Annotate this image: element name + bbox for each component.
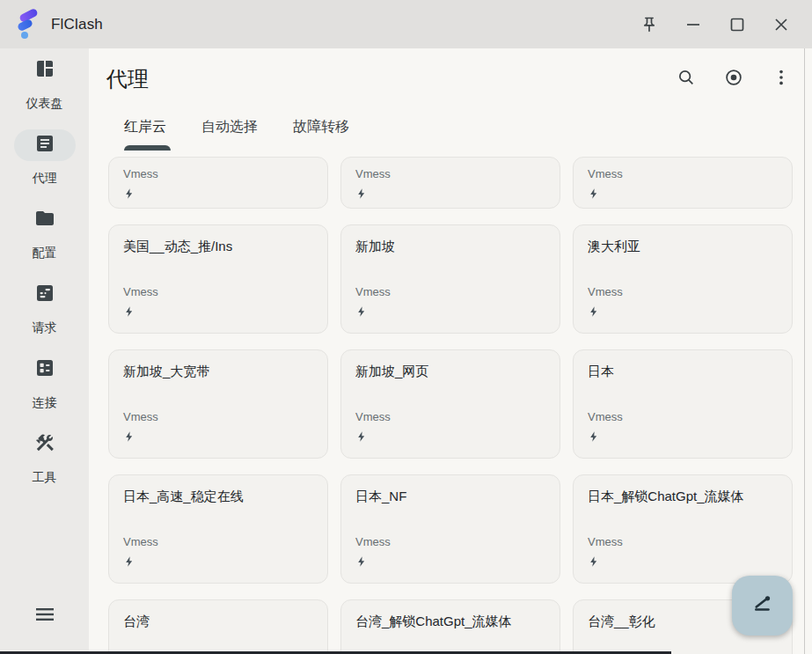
bolt-icon <box>123 187 313 204</box>
proxy-card[interactable]: 台湾_解锁ChatGpt_流媒体 Vmess <box>340 599 560 654</box>
proxy-card[interactable]: 新加坡_大宽带 Vmess <box>108 349 328 459</box>
pin-window-button[interactable] <box>627 7 671 42</box>
proxy-grid-scroll[interactable]: Vmess Vmess Vmess 美国__动态_推/Ins Vmess <box>89 157 812 654</box>
close-icon <box>774 18 788 32</box>
bolt-icon <box>123 555 313 572</box>
app-window: FlClash <box>0 0 812 654</box>
bolt-icon <box>355 305 545 322</box>
hamburger-icon <box>34 606 55 626</box>
app-title: FlClash <box>51 16 103 33</box>
more-options-button[interactable] <box>764 62 799 97</box>
proxy-mode-button[interactable] <box>716 62 751 97</box>
sidebar-label: 工具 <box>33 468 57 486</box>
bolt-icon <box>123 430 313 447</box>
proxy-card[interactable]: Vmess <box>108 157 328 209</box>
test-delay-fab[interactable] <box>732 576 793 636</box>
sidebar-item-tools[interactable]: 工具 <box>0 429 89 486</box>
bolt-icon <box>588 187 778 204</box>
bolt-icon <box>588 305 778 322</box>
bolt-icon <box>355 187 545 204</box>
maximize-button[interactable] <box>715 7 759 42</box>
proxy-card[interactable]: 澳大利亚 Vmess <box>573 224 793 334</box>
bolt-icon <box>588 555 778 572</box>
proxy-card[interactable]: 台湾 Vmess <box>108 599 328 654</box>
proxy-card[interactable]: 美国__动态_推/Ins Vmess <box>108 224 328 334</box>
sidebar-label: 连接 <box>33 393 57 411</box>
pin-icon <box>640 16 658 33</box>
proxy-grid: Vmess Vmess Vmess 美国__动态_推/Ins Vmess <box>108 157 793 654</box>
header-actions <box>669 62 799 97</box>
requests-icon <box>34 283 55 307</box>
minimize-icon <box>686 18 700 32</box>
tab-auto-select[interactable]: 自动选择 <box>201 118 258 136</box>
connections-icon <box>34 357 55 382</box>
proxy-card[interactable]: 日本_高速_稳定在线 Vmess <box>108 474 328 584</box>
flclash-logo-icon <box>13 9 43 40</box>
dashboard-icon <box>34 58 55 83</box>
sidebar-item-connections[interactable]: 连接 <box>0 354 89 411</box>
bolt-icon <box>355 430 545 447</box>
proxy-card[interactable]: 日本 Vmess <box>573 349 793 459</box>
tab-indicator <box>124 145 171 151</box>
proxy-card[interactable]: 新加坡_网页 Vmess <box>340 349 560 459</box>
tab-fallback[interactable]: 故障转移 <box>293 118 349 136</box>
main-content: 代理 红岸云 <box>89 48 812 654</box>
page-header: 代理 <box>89 48 812 103</box>
proxies-icon <box>34 133 55 158</box>
proxy-card[interactable]: Vmess <box>573 157 793 209</box>
tab-hongan-cloud[interactable]: 红岸云 <box>124 118 166 136</box>
proxy-card[interactable]: Vmess <box>340 157 560 209</box>
folder-icon <box>34 208 55 232</box>
proxy-card[interactable]: 日本_NF Vmess <box>340 474 560 584</box>
bolt-icon <box>355 555 545 572</box>
more-vert-icon <box>772 68 791 91</box>
close-button[interactable] <box>759 7 803 42</box>
group-tabs: 红岸云 自动选择 故障转移 <box>89 103 812 151</box>
sidebar: 仪表盘 代理 配置 请求 连接 <box>0 48 89 654</box>
sidebar-menu-button[interactable] <box>0 605 89 628</box>
minimize-button[interactable] <box>671 7 715 42</box>
sidebar-label: 代理 <box>33 169 57 187</box>
search-button[interactable] <box>669 62 704 97</box>
tools-icon <box>34 432 55 457</box>
sidebar-label: 配置 <box>33 244 57 261</box>
page-title: 代理 <box>106 65 149 93</box>
proxy-card[interactable]: 新加坡 Vmess <box>340 224 560 334</box>
titlebar[interactable]: FlClash <box>0 0 812 48</box>
bolt-icon <box>588 430 778 447</box>
network-check-icon <box>750 591 776 621</box>
sidebar-label: 请求 <box>33 319 57 336</box>
sidebar-label: 仪表盘 <box>26 94 63 112</box>
bolt-icon <box>123 305 313 322</box>
sidebar-item-proxies[interactable]: 代理 <box>0 129 89 187</box>
scrollbar-track[interactable] <box>804 48 805 654</box>
search-icon <box>677 68 696 91</box>
sidebar-item-dashboard[interactable]: 仪表盘 <box>0 55 89 112</box>
radio-target-icon <box>724 68 743 91</box>
maximize-icon <box>730 18 744 32</box>
proxy-card[interactable]: 日本_解锁ChatGpt_流媒体 Vmess <box>573 474 793 584</box>
sidebar-item-requests[interactable]: 请求 <box>0 279 89 336</box>
window-controls <box>627 7 803 42</box>
sidebar-item-profiles[interactable]: 配置 <box>0 204 89 261</box>
